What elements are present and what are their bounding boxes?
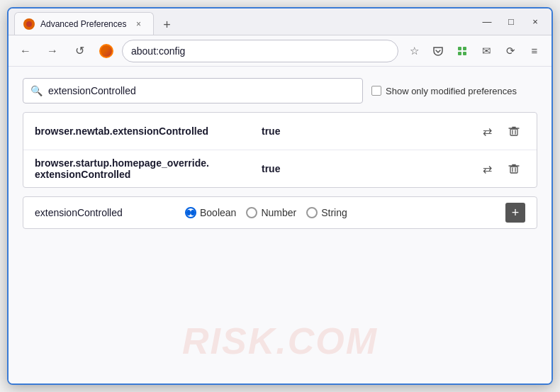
bookmark-icon[interactable]: ☆: [403, 40, 425, 62]
tab-favicon: [23, 18, 35, 30]
table-row: browser.startup.homepage_override. exten…: [23, 150, 537, 187]
address-bar[interactable]: about:config: [122, 40, 398, 62]
extension-icon[interactable]: [451, 40, 474, 62]
pref-value-2: true: [262, 163, 476, 174]
navigation-bar: ← → ↺ about:config ☆: [9, 35, 551, 67]
toggle-icon-2: ⇄: [483, 162, 492, 176]
tab-title: Advanced Preferences: [40, 19, 126, 29]
radio-boolean[interactable]: Boolean: [185, 207, 236, 218]
title-bar: Advanced Preferences × + — □ ×: [9, 9, 551, 35]
row-actions-1: ⇄: [476, 120, 525, 142]
radio-string-label: String: [321, 207, 347, 218]
firefox-logo: [98, 43, 115, 60]
new-pref-name: extensionControlled: [35, 207, 177, 218]
radio-number[interactable]: Number: [246, 207, 296, 218]
active-tab[interactable]: Advanced Preferences ×: [14, 12, 154, 35]
trash-icon-1: [508, 125, 520, 137]
svg-rect-2: [458, 52, 461, 55]
toggle-button-1[interactable]: ⇄: [476, 120, 498, 142]
pref-name-2: browser.startup.homepage_override. exten…: [35, 157, 262, 180]
svg-rect-0: [458, 47, 461, 50]
firefox-icon: [99, 44, 113, 58]
row-actions-2: ⇄: [476, 157, 525, 180]
radio-number-label: Number: [261, 207, 296, 218]
add-preference-row: extensionControlled Boolean Number Strin…: [23, 196, 537, 229]
pref-name-1: browser.newtab.extensionControlled: [35, 125, 262, 137]
add-preference-button[interactable]: +: [505, 203, 525, 223]
reload-button[interactable]: ↺: [68, 40, 91, 62]
forward-button[interactable]: →: [41, 40, 64, 62]
pocket-icon[interactable]: [427, 40, 449, 62]
table-row: browser.newtab.extensionControlled true …: [23, 113, 537, 150]
delete-button-1[interactable]: [503, 120, 525, 142]
tab-close-button[interactable]: ×: [132, 18, 145, 30]
trash-icon-2: [508, 163, 520, 174]
new-tab-button[interactable]: +: [157, 15, 177, 35]
browser-window: Advanced Preferences × + — □ × ← → ↺ abo…: [7, 7, 553, 385]
back-button[interactable]: ←: [14, 40, 37, 62]
address-text: about:config: [131, 45, 185, 57]
show-modified-label: Show only modified preferences: [386, 86, 517, 96]
radio-boolean-label: Boolean: [200, 207, 236, 218]
show-modified-checkbox[interactable]: [371, 86, 381, 96]
svg-rect-4: [510, 129, 517, 135]
delete-button-2[interactable]: [503, 157, 525, 180]
menu-button[interactable]: ≡: [523, 40, 546, 62]
results-table: browser.newtab.extensionControlled true …: [23, 112, 537, 188]
radio-number-circle: [246, 207, 257, 218]
window-controls: — □ ×: [476, 14, 546, 30]
radio-string-circle: [306, 207, 318, 218]
search-container: 🔍 Show only modified preferences: [23, 78, 537, 103]
radio-string[interactable]: String: [306, 207, 347, 218]
pref-name-line1: browser.startup.homepage_override.: [35, 157, 209, 169]
maximize-button[interactable]: □: [500, 14, 522, 30]
minimize-button[interactable]: —: [476, 14, 498, 30]
svg-rect-3: [463, 52, 466, 55]
toggle-icon-1: ⇄: [483, 125, 492, 138]
search-input[interactable]: [48, 85, 355, 96]
account-icon[interactable]: ⟳: [499, 40, 522, 62]
toolbar-icons: ☆ ✉ ⟳ ≡: [403, 40, 546, 62]
search-icon: 🔍: [30, 85, 43, 96]
watermark: RISK.COM: [182, 320, 378, 362]
content-area: RISK.COM 🔍 Show only modified preference…: [9, 67, 551, 383]
toggle-button-2[interactable]: ⇄: [476, 157, 498, 180]
pref-name-line2: extensionControlled: [35, 169, 130, 180]
type-radio-group: Boolean Number String: [185, 207, 497, 218]
svg-rect-1: [463, 47, 466, 50]
svg-rect-7: [510, 167, 517, 173]
radio-boolean-circle: [185, 207, 196, 218]
show-modified-container[interactable]: Show only modified preferences: [371, 86, 517, 96]
search-box[interactable]: 🔍: [23, 78, 363, 103]
tab-area: Advanced Preferences × +: [14, 9, 476, 35]
pref-value-1: true: [262, 125, 476, 137]
close-button[interactable]: ×: [525, 14, 546, 30]
mail-icon[interactable]: ✉: [475, 40, 498, 62]
